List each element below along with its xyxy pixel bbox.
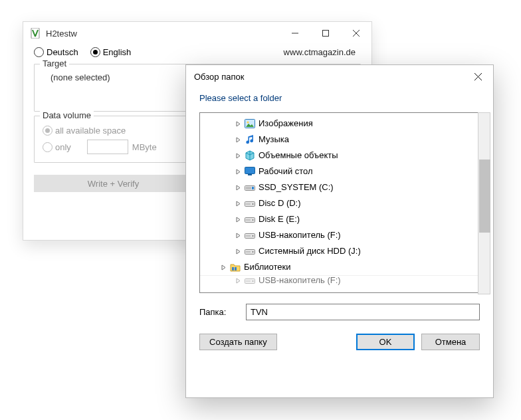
tree-node-label: Объемные объекты [259,148,338,163]
folder-tree: ИзображенияМузыкаОбъемные объектыРабочий… [199,112,480,293]
tree-node-label: Disc D (D:) [259,195,301,211]
expand-chevron-icon[interactable] [233,153,243,159]
tree-node[interactable]: USB-накопитель (F:) [200,227,479,243]
expand-chevron-icon[interactable] [233,121,243,127]
radio-all-space-label: all available space [55,126,126,136]
only-amount-input[interactable] [87,140,128,154]
dialog-prompt: Please select a folder [186,88,493,112]
svg-rect-26 [232,267,234,270]
tree-node[interactable]: Системный диск HDD (J:) [200,243,479,259]
svg-rect-0 [31,28,39,39]
tree-node[interactable]: Рабочий стол [200,163,479,179]
tree-node-label: Рабочий стол [259,163,313,179]
dialog-close-button[interactable] [463,65,493,88]
svg-rect-22 [246,235,251,237]
dialog-titlebar: Обзор папок [186,65,493,88]
expand-chevron-icon[interactable] [233,185,243,191]
svg-rect-13 [252,187,254,189]
svg-rect-10 [248,174,252,175]
radio-english[interactable]: English [90,47,132,57]
minimize-button[interactable] [280,22,310,45]
target-legend: Target [40,58,69,68]
dialog-title: Обзор папок [186,72,244,82]
drive-icon [244,213,256,225]
ok-button[interactable]: OK [356,334,415,350]
tree-node-label: USB-накопитель (F:) [259,275,341,285]
svg-point-15 [253,203,254,205]
svg-rect-9 [245,167,255,174]
drive-ssd-icon [244,181,256,193]
expand-chevron-icon[interactable] [233,217,243,223]
tree-node-label: Disk E (E:) [259,211,300,227]
folder-field-label: Папка: [199,307,246,317]
tree-node[interactable]: USB-накопитель (F:) [200,275,479,285]
maximize-button[interactable] [310,22,341,45]
expand-chevron-icon[interactable] [233,278,243,284]
browse-folder-dialog: Обзор папок Please select a folder Изобр… [185,64,494,398]
tree-node[interactable]: Объемные объекты [200,148,479,163]
expand-chevron-icon[interactable] [233,233,243,239]
tree-node-label: Музыка [259,132,289,148]
tree-node-label: Библиотеки [244,259,290,275]
svg-point-24 [253,251,254,253]
svg-rect-27 [235,267,237,270]
radio-deutsch[interactable]: Deutsch [34,47,78,57]
new-folder-button[interactable]: Создать папку [199,334,277,350]
tree-node[interactable]: Музыка [200,132,479,148]
app-icon [29,27,42,40]
tree-node[interactable]: SSD_SYSTEM (C:) [200,179,479,195]
app-title: H2testw [46,29,77,39]
drive-icon [244,245,256,257]
pictures-icon [244,118,256,130]
music-icon [244,134,256,146]
close-button[interactable] [341,22,371,45]
drive-icon [244,275,256,285]
expand-chevron-icon[interactable] [233,137,243,143]
tree-node[interactable]: Библиотеки [200,259,479,275]
cancel-button[interactable]: Отмена [421,334,480,350]
radio-all-space[interactable]: all available space [43,126,126,136]
expand-chevron-icon[interactable] [233,201,243,207]
dialog-button-row: Создать папку OK Отмена [199,334,480,350]
svg-point-21 [253,235,254,237]
libraries-icon [229,261,241,273]
write-verify-button[interactable]: Write + Verify [34,175,193,192]
tree-node-label: USB-накопитель (F:) [259,227,341,243]
tree-node-label: Изображения [259,116,313,132]
svg-point-18 [253,219,254,221]
svg-rect-16 [246,203,251,205]
tree-node[interactable]: Изображения [200,116,479,132]
3d-icon [244,150,256,161]
tree-node[interactable]: Disk E (E:) [200,211,479,227]
svg-rect-25 [246,251,251,253]
radio-only[interactable]: only [43,142,71,152]
svg-rect-2 [323,31,329,37]
svg-point-29 [253,280,254,282]
titlebar: H2testw [23,22,371,45]
svg-point-8 [247,121,249,123]
desktop-icon [244,165,256,177]
language-row: Deutsch English www.ctmagazin.de [23,45,371,60]
expand-chevron-icon[interactable] [233,249,243,255]
folder-name-input[interactable] [246,304,480,320]
radio-deutsch-label: Deutsch [47,47,78,57]
site-link[interactable]: www.ctmagazin.de [143,47,361,57]
radio-english-label: English [103,47,132,57]
svg-rect-30 [246,280,251,282]
drive-icon [244,197,256,209]
tree-node-label: Системный диск HDD (J:) [259,243,361,259]
svg-rect-12 [246,187,251,189]
expand-chevron-icon[interactable] [219,264,228,270]
unit-label: MByte [132,142,157,152]
expand-chevron-icon[interactable] [233,169,243,175]
drive-icon [244,229,256,241]
folder-field-row: Папка: [199,304,480,320]
tree-scroll-thumb[interactable] [479,159,490,233]
data-volume-legend: Data volume [40,110,94,120]
svg-rect-19 [246,219,251,221]
tree-node-label: SSD_SYSTEM (C:) [259,179,334,195]
tree-node[interactable]: Disc D (D:) [200,195,479,211]
radio-only-label: only [55,142,71,152]
